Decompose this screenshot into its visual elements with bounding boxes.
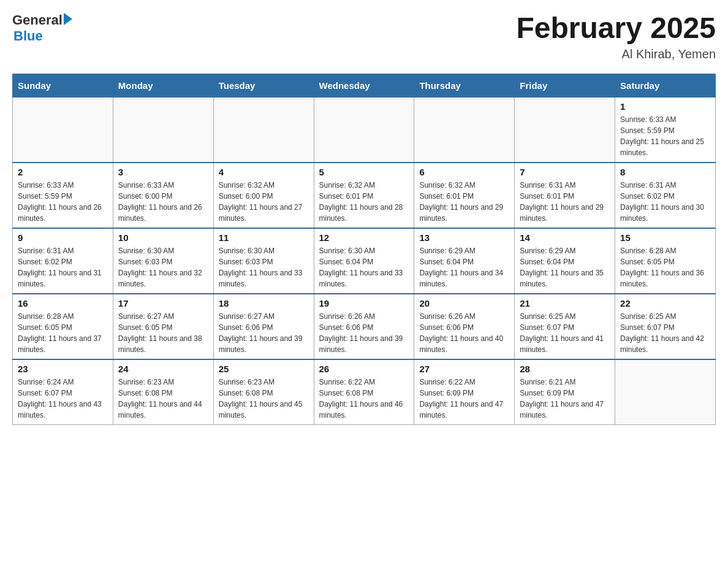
day-number: 11 bbox=[219, 232, 309, 243]
week-row-1: 1Sunrise: 6:33 AMSunset: 5:59 PMDaylight… bbox=[13, 97, 716, 163]
day-info: Sunrise: 6:26 AMSunset: 6:06 PMDaylight:… bbox=[319, 311, 409, 355]
day-info: Sunrise: 6:33 AMSunset: 5:59 PMDaylight:… bbox=[18, 180, 108, 224]
day-number: 27 bbox=[419, 364, 509, 374]
calendar-cell: 3Sunrise: 6:33 AMSunset: 6:00 PMDaylight… bbox=[113, 163, 213, 228]
calendar-cell: 28Sunrise: 6:21 AMSunset: 6:09 PMDayligh… bbox=[515, 359, 615, 425]
day-number: 20 bbox=[419, 298, 509, 308]
day-number: 22 bbox=[620, 298, 710, 308]
day-info: Sunrise: 6:23 AMSunset: 6:08 PMDaylight:… bbox=[118, 377, 208, 421]
week-row-4: 16Sunrise: 6:28 AMSunset: 6:05 PMDayligh… bbox=[13, 294, 716, 359]
logo-blue-text: Blue bbox=[13, 28, 72, 44]
calendar-cell bbox=[113, 97, 213, 163]
calendar-cell: 27Sunrise: 6:22 AMSunset: 6:09 PMDayligh… bbox=[414, 359, 515, 425]
location-label: Al Khirab, Yemen bbox=[516, 47, 716, 61]
day-info: Sunrise: 6:30 AMSunset: 6:03 PMDaylight:… bbox=[118, 245, 208, 289]
day-info: Sunrise: 6:31 AMSunset: 6:01 PMDaylight:… bbox=[520, 180, 610, 224]
header-tuesday: Tuesday bbox=[213, 74, 314, 97]
calendar-cell: 5Sunrise: 6:32 AMSunset: 6:01 PMDaylight… bbox=[314, 163, 414, 228]
calendar-cell: 9Sunrise: 6:31 AMSunset: 6:02 PMDaylight… bbox=[13, 228, 113, 294]
calendar-cell: 26Sunrise: 6:22 AMSunset: 6:08 PMDayligh… bbox=[314, 359, 414, 425]
day-number: 21 bbox=[520, 298, 610, 308]
day-info: Sunrise: 6:30 AMSunset: 6:03 PMDaylight:… bbox=[219, 245, 309, 289]
day-info: Sunrise: 6:27 AMSunset: 6:06 PMDaylight:… bbox=[219, 311, 309, 355]
header-monday: Monday bbox=[113, 74, 213, 97]
calendar-cell bbox=[615, 359, 716, 425]
day-info: Sunrise: 6:32 AMSunset: 6:01 PMDaylight:… bbox=[419, 180, 509, 224]
day-info: Sunrise: 6:26 AMSunset: 6:06 PMDaylight:… bbox=[419, 311, 509, 355]
calendar-cell: 16Sunrise: 6:28 AMSunset: 6:05 PMDayligh… bbox=[13, 294, 113, 359]
day-info: Sunrise: 6:29 AMSunset: 6:04 PMDaylight:… bbox=[419, 245, 509, 289]
day-info: Sunrise: 6:31 AMSunset: 6:02 PMDaylight:… bbox=[18, 245, 108, 289]
day-number: 17 bbox=[118, 298, 208, 308]
calendar-cell: 23Sunrise: 6:24 AMSunset: 6:07 PMDayligh… bbox=[13, 359, 113, 425]
calendar-cell: 25Sunrise: 6:23 AMSunset: 6:08 PMDayligh… bbox=[213, 359, 314, 425]
calendar-cell bbox=[13, 97, 113, 163]
logo-arrow-icon bbox=[64, 13, 72, 25]
calendar-cell: 22Sunrise: 6:25 AMSunset: 6:07 PMDayligh… bbox=[615, 294, 716, 359]
day-info: Sunrise: 6:22 AMSunset: 6:09 PMDaylight:… bbox=[419, 377, 509, 421]
calendar-table: SundayMondayTuesdayWednesdayThursdayFrid… bbox=[12, 74, 716, 425]
calendar-cell: 17Sunrise: 6:27 AMSunset: 6:05 PMDayligh… bbox=[113, 294, 213, 359]
day-info: Sunrise: 6:31 AMSunset: 6:02 PMDaylight:… bbox=[620, 180, 710, 224]
header-friday: Friday bbox=[515, 74, 615, 97]
day-number: 2 bbox=[18, 167, 108, 177]
month-title: February 2025 bbox=[516, 12, 716, 45]
calendar-header: SundayMondayTuesdayWednesdayThursdayFrid… bbox=[13, 74, 716, 97]
day-number: 1 bbox=[620, 101, 710, 112]
page-header: General Blue February 2025 Al Khirab, Ye… bbox=[12, 12, 716, 61]
day-info: Sunrise: 6:25 AMSunset: 6:07 PMDaylight:… bbox=[620, 311, 710, 355]
day-info: Sunrise: 6:28 AMSunset: 6:05 PMDaylight:… bbox=[620, 245, 710, 289]
day-info: Sunrise: 6:33 AMSunset: 5:59 PMDaylight:… bbox=[620, 114, 710, 158]
day-number: 15 bbox=[620, 232, 710, 243]
day-number: 3 bbox=[118, 167, 208, 177]
calendar-cell bbox=[515, 97, 615, 163]
calendar-cell: 12Sunrise: 6:30 AMSunset: 6:04 PMDayligh… bbox=[314, 228, 414, 294]
day-number: 14 bbox=[520, 232, 610, 243]
calendar-cell: 8Sunrise: 6:31 AMSunset: 6:02 PMDaylight… bbox=[615, 163, 716, 228]
day-info: Sunrise: 6:32 AMSunset: 6:01 PMDaylight:… bbox=[319, 180, 409, 224]
day-info: Sunrise: 6:29 AMSunset: 6:04 PMDaylight:… bbox=[520, 245, 610, 289]
calendar-cell: 11Sunrise: 6:30 AMSunset: 6:03 PMDayligh… bbox=[213, 228, 314, 294]
header-row: SundayMondayTuesdayWednesdayThursdayFrid… bbox=[13, 74, 716, 97]
day-number: 5 bbox=[319, 167, 409, 177]
day-number: 7 bbox=[520, 167, 610, 177]
header-sunday: Sunday bbox=[13, 74, 113, 97]
day-number: 10 bbox=[118, 232, 208, 243]
header-thursday: Thursday bbox=[414, 74, 515, 97]
calendar-cell: 10Sunrise: 6:30 AMSunset: 6:03 PMDayligh… bbox=[113, 228, 213, 294]
calendar-cell bbox=[213, 97, 314, 163]
day-number: 4 bbox=[219, 167, 309, 177]
day-number: 23 bbox=[18, 364, 108, 374]
day-info: Sunrise: 6:28 AMSunset: 6:05 PMDaylight:… bbox=[18, 311, 108, 355]
day-info: Sunrise: 6:21 AMSunset: 6:09 PMDaylight:… bbox=[520, 377, 610, 421]
calendar-cell: 4Sunrise: 6:32 AMSunset: 6:00 PMDaylight… bbox=[213, 163, 314, 228]
calendar-cell: 7Sunrise: 6:31 AMSunset: 6:01 PMDaylight… bbox=[515, 163, 615, 228]
calendar-cell: 24Sunrise: 6:23 AMSunset: 6:08 PMDayligh… bbox=[113, 359, 213, 425]
calendar-cell: 6Sunrise: 6:32 AMSunset: 6:01 PMDaylight… bbox=[414, 163, 515, 228]
calendar-cell: 18Sunrise: 6:27 AMSunset: 6:06 PMDayligh… bbox=[213, 294, 314, 359]
day-number: 24 bbox=[118, 364, 208, 374]
week-row-3: 9Sunrise: 6:31 AMSunset: 6:02 PMDaylight… bbox=[13, 228, 716, 294]
calendar-cell: 15Sunrise: 6:28 AMSunset: 6:05 PMDayligh… bbox=[615, 228, 716, 294]
calendar-cell: 2Sunrise: 6:33 AMSunset: 5:59 PMDaylight… bbox=[13, 163, 113, 228]
day-number: 26 bbox=[319, 364, 409, 374]
day-number: 8 bbox=[620, 167, 710, 177]
day-number: 18 bbox=[219, 298, 309, 308]
week-row-2: 2Sunrise: 6:33 AMSunset: 5:59 PMDaylight… bbox=[13, 163, 716, 228]
header-saturday: Saturday bbox=[615, 74, 716, 97]
calendar-cell bbox=[414, 97, 515, 163]
calendar-cell bbox=[314, 97, 414, 163]
calendar-body: 1Sunrise: 6:33 AMSunset: 5:59 PMDaylight… bbox=[13, 97, 716, 424]
day-info: Sunrise: 6:22 AMSunset: 6:08 PMDaylight:… bbox=[319, 377, 409, 421]
day-info: Sunrise: 6:23 AMSunset: 6:08 PMDaylight:… bbox=[219, 377, 309, 421]
logo-general-text: General bbox=[12, 12, 63, 28]
day-info: Sunrise: 6:25 AMSunset: 6:07 PMDaylight:… bbox=[520, 311, 610, 355]
day-info: Sunrise: 6:32 AMSunset: 6:00 PMDaylight:… bbox=[219, 180, 309, 224]
calendar-cell: 20Sunrise: 6:26 AMSunset: 6:06 PMDayligh… bbox=[414, 294, 515, 359]
title-section: February 2025 Al Khirab, Yemen bbox=[516, 12, 716, 61]
day-number: 13 bbox=[419, 232, 509, 243]
day-number: 16 bbox=[18, 298, 108, 308]
calendar-cell: 14Sunrise: 6:29 AMSunset: 6:04 PMDayligh… bbox=[515, 228, 615, 294]
header-wednesday: Wednesday bbox=[314, 74, 414, 97]
calendar-cell: 1Sunrise: 6:33 AMSunset: 5:59 PMDaylight… bbox=[615, 97, 716, 163]
